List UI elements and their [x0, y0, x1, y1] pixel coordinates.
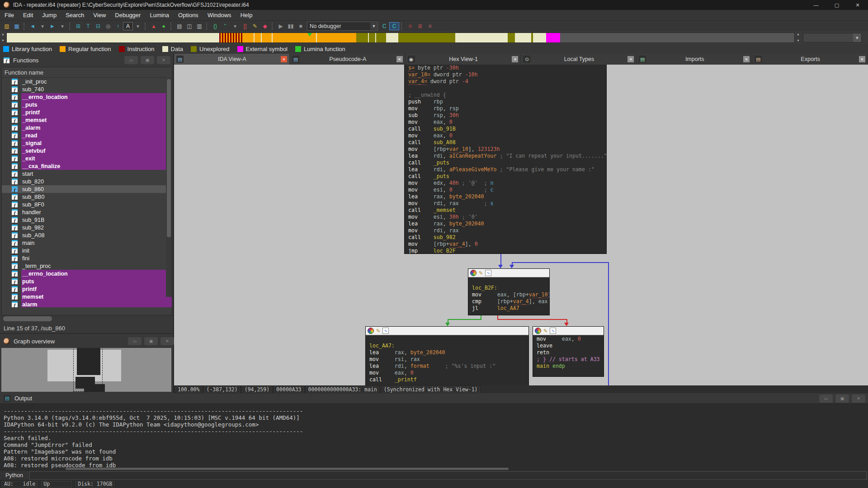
panel-maximize-button[interactable]: ▭	[128, 337, 142, 345]
menu-item-options[interactable]: Options	[174, 10, 203, 20]
function-row-puts[interactable]: fputs	[2, 277, 172, 285]
chevron-down-icon[interactable]: ▼	[370, 23, 377, 30]
panel-float-button[interactable]: ▣	[141, 56, 154, 64]
asm-line[interactable]: ; __unwind {	[408, 92, 606, 99]
function-row-_printf[interactable]: f_printf	[2, 108, 172, 116]
output-console[interactable]: ----------------------------------------…	[0, 404, 868, 471]
function-row-_puts[interactable]: f_puts	[2, 101, 172, 108]
functions-vertical-scrollbar[interactable]	[166, 77, 172, 297]
asm-line[interactable]: lea rdi, aPleaseGiveMeYo ; "Please give …	[408, 166, 606, 173]
asm-line[interactable]: var_4= dword ptr -4	[408, 78, 606, 85]
maximize-button[interactable]: ▢	[826, 0, 847, 10]
scrollbar-thumb[interactable]	[3, 316, 52, 321]
asm-line[interactable]: mov rdi, rax	[408, 227, 606, 234]
close-button[interactable]: ✕	[847, 0, 868, 10]
breakpoint-icon[interactable]: ▲	[149, 22, 159, 31]
edit-pencil-icon[interactable]: ✎	[250, 22, 260, 31]
graph-overview-thumbnail[interactable]	[1, 348, 171, 392]
functions-horizontal-scrollbar[interactable]	[1, 315, 165, 322]
asm-line[interactable]: mov [rbp+var_4], 0	[408, 241, 606, 248]
asm-line[interactable]: retn	[537, 349, 604, 356]
tab-ida-view-a[interactable]: ▤IDA View-A✕	[174, 54, 290, 65]
tab-exports[interactable]: ▤Exports✕	[752, 54, 868, 65]
names-window-icon[interactable]: T	[83, 22, 93, 31]
asm-line[interactable]: lea rdi, aICanRepeatYour ; "I can repeat…	[408, 153, 606, 160]
save-icon[interactable]: ▦	[12, 22, 22, 31]
tab-close-icon[interactable]: ✕	[743, 56, 750, 62]
quotes-icon[interactable]: ”	[220, 22, 230, 31]
asm-line[interactable]: call _puts	[408, 173, 606, 180]
navband-scroll-right[interactable]: ▲▼	[796, 33, 801, 42]
function-row-__cxa_finalize[interactable]: f__cxa_finalize	[2, 162, 172, 170]
asm-line[interactable]: mov esi, 0 ; c	[408, 187, 606, 193]
asm-line[interactable]: mov eax, 0	[408, 119, 606, 126]
back-icon[interactable]: ◄	[28, 22, 38, 31]
asm-line[interactable]: loc_AA7:	[369, 343, 528, 349]
open-file-icon[interactable]: ▨	[2, 22, 12, 31]
function-row-printf[interactable]: fprintf	[2, 285, 172, 293]
asm-line[interactable]: lea rax, byte_202040	[408, 193, 606, 200]
asm-line[interactable]: main endp	[537, 363, 604, 370]
scrollbar-thumb[interactable]	[167, 79, 171, 237]
tab-close-icon[interactable]: ✕	[281, 56, 287, 62]
jump-icon[interactable]: ↑	[113, 22, 123, 31]
panel-close-button[interactable]: ✕	[852, 394, 865, 403]
color-wheel-icon[interactable]	[535, 328, 541, 334]
asm-line[interactable]: call sub_982	[408, 234, 606, 241]
function-row-_read[interactable]: f_read	[2, 131, 172, 139]
tab-hex-view-1[interactable]: ◉Hex View-1✕	[406, 54, 521, 65]
function-row-sub_A08[interactable]: fsub_A08	[2, 231, 172, 239]
asm-line[interactable]: lea rax, byte_202040	[408, 221, 606, 227]
panel-maximize-button[interactable]: ▭	[819, 394, 833, 403]
tab-close-icon[interactable]: ✕	[396, 56, 403, 62]
asm-line[interactable]: lea rdi, format ; "%s's input :"	[369, 363, 528, 370]
function-row-init[interactable]: finit	[2, 247, 172, 254]
asm-line[interactable]: mov rbp, rsp	[408, 105, 606, 112]
function-row-sub_91B[interactable]: fsub_91B	[2, 216, 172, 224]
script-command-icon[interactable]: ≣	[415, 22, 425, 31]
braces-icon[interactable]: {}	[210, 22, 220, 31]
asm-line[interactable]: loc_B2F:	[472, 285, 549, 291]
font-more-icon[interactable]: ▾	[133, 22, 143, 31]
function-row-sub_860[interactable]: fsub_860	[2, 185, 172, 193]
graph-view[interactable]: s= byte ptr -30hvar_10= dword ptr -10hva…	[174, 65, 868, 385]
minimize-button[interactable]: —	[806, 0, 826, 10]
function-row-sub_820[interactable]: fsub_820	[2, 178, 172, 185]
asm-line[interactable]: mov rsi, rax	[369, 356, 528, 363]
panel-float-button[interactable]: ▣	[835, 394, 849, 403]
function-row-_exit[interactable]: f_exit	[2, 155, 172, 162]
asm-line[interactable]: call _memset	[408, 207, 606, 214]
overview-viewport-rect[interactable]	[73, 348, 103, 392]
strings-window-icon[interactable]: ⊟	[93, 22, 103, 31]
menu-item-file[interactable]: File	[0, 10, 19, 20]
function-row-__errno_location[interactable]: f__errno_location	[2, 93, 172, 101]
asm-line[interactable]: mov edx, 40h ; '@' ; n	[408, 180, 606, 187]
edit-icon[interactable]: ✎	[479, 271, 483, 276]
function-row-_init_proc[interactable]: f_init_proc	[2, 78, 172, 85]
basic-block-entry[interactable]: s= byte ptr -30hvar_10= dword ptr -10hva…	[404, 65, 607, 254]
asm-line[interactable]: mov eax, 0	[369, 370, 528, 376]
basic-block-return[interactable]: ✎ ∿ mov eax, 0leaveretn; } // starts at …	[533, 326, 604, 377]
asm-line[interactable]: mov [rbp+var_10], 123123h	[408, 146, 606, 153]
asm-line[interactable]: ; } // starts at A33	[537, 356, 604, 363]
forward-more-icon[interactable]: ▾	[57, 22, 67, 31]
edit-icon[interactable]: ✎	[543, 328, 547, 333]
recent-scripts-icon[interactable]: ≡	[405, 22, 415, 31]
function-row-__errno_location[interactable]: f__errno_location	[2, 270, 172, 277]
navband-scroll-left[interactable]: ▲▼	[0, 33, 5, 42]
asm-line[interactable]: cmp [rbp+var_4], eax	[472, 298, 549, 305]
asm-line[interactable]	[408, 85, 606, 92]
function-row-_setvbuf[interactable]: f_setvbuf	[2, 147, 172, 155]
asm-line[interactable]: call _puts	[408, 160, 606, 166]
asm-line[interactable]: call _printf	[369, 376, 528, 383]
script-snippets-icon[interactable]: ≡	[425, 22, 435, 31]
navband-range-select[interactable]: ▼	[803, 33, 862, 42]
basic-block-loc-aa7[interactable]: ✎ ∿ loc_AA7:lea rax, byte_202040mov rsi,…	[365, 326, 529, 385]
asm-line[interactable]: mov rdi, rax ; s	[408, 200, 606, 207]
asm-line[interactable]: call sub_A08	[408, 139, 606, 146]
tab-close-icon[interactable]: ✕	[627, 56, 634, 62]
asm-line[interactable]: s= byte ptr -30h	[408, 65, 606, 71]
menu-item-windows[interactable]: Windows	[203, 10, 236, 20]
edit-icon[interactable]: ✎	[376, 328, 380, 333]
function-row-memset[interactable]: fmemset	[2, 293, 172, 300]
